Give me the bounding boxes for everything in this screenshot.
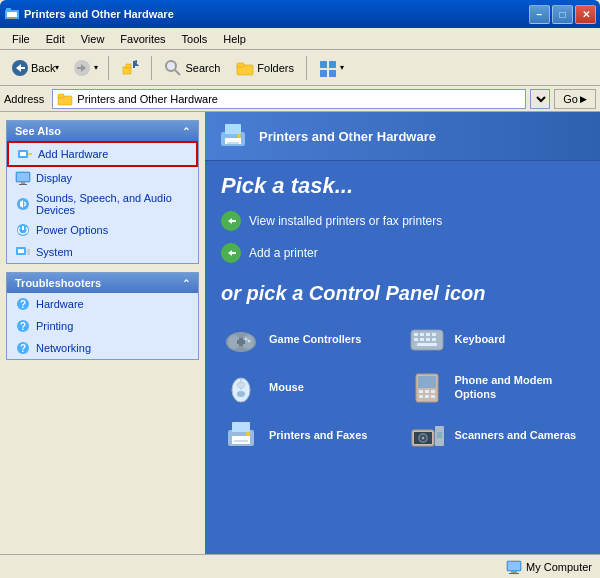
folders-label: Folders bbox=[257, 62, 294, 74]
toolbar: Back ▾ ▾ bbox=[0, 50, 600, 86]
svg-point-86 bbox=[246, 432, 250, 436]
svg-rect-24 bbox=[58, 94, 64, 98]
menu-tools[interactable]: Tools bbox=[174, 31, 216, 47]
menu-file[interactable]: File bbox=[4, 31, 38, 47]
back-icon bbox=[11, 59, 29, 77]
menu-edit[interactable]: Edit bbox=[38, 31, 73, 47]
svg-rect-62 bbox=[420, 333, 424, 336]
address-input[interactable]: Printers and Other Hardware bbox=[52, 89, 526, 109]
svg-rect-80 bbox=[425, 395, 429, 398]
icon-mouse[interactable]: Mouse bbox=[221, 367, 399, 407]
svg-rect-81 bbox=[431, 395, 435, 398]
hardware-ts-label: Hardware bbox=[36, 298, 84, 310]
toolbar-separator-2 bbox=[151, 56, 152, 80]
svg-text:?: ? bbox=[20, 321, 26, 332]
svg-rect-21 bbox=[320, 70, 327, 77]
hardware-ts-icon: ? bbox=[15, 296, 31, 312]
my-computer-label: My Computer bbox=[526, 561, 592, 573]
svg-rect-84 bbox=[232, 422, 250, 432]
sidebar-item-add-hardware[interactable]: Add Hardware bbox=[7, 141, 198, 167]
svg-rect-20 bbox=[329, 61, 336, 68]
svg-rect-67 bbox=[426, 338, 430, 341]
back-label: Back bbox=[31, 62, 55, 74]
maximize-button[interactable]: □ bbox=[552, 5, 573, 24]
task-view-printers[interactable]: View installed printers or fax printers bbox=[205, 205, 600, 237]
views-button[interactable]: ▾ bbox=[312, 54, 351, 82]
svg-rect-1 bbox=[7, 12, 17, 17]
display-label: Display bbox=[36, 172, 72, 184]
menu-favorites[interactable]: Favorites bbox=[112, 31, 173, 47]
back-dropdown-arrow: ▾ bbox=[55, 63, 59, 72]
troubleshooters-collapse-button[interactable]: ⌃ bbox=[182, 278, 190, 289]
title-bar: Printers and Other Hardware − □ ✕ bbox=[0, 0, 600, 28]
icon-printers-faxes[interactable]: Printers and Faxes bbox=[221, 415, 399, 455]
close-button[interactable]: ✕ bbox=[575, 5, 596, 24]
go-arrow-icon: ▶ bbox=[580, 94, 587, 104]
sidebar-item-power[interactable]: Power Options bbox=[7, 219, 198, 241]
back-button[interactable]: Back ▾ bbox=[4, 54, 66, 82]
task-arrow-2 bbox=[221, 243, 241, 263]
sidebar-item-display[interactable]: Display bbox=[7, 167, 198, 189]
display-icon bbox=[15, 170, 31, 186]
svg-rect-37 bbox=[27, 249, 30, 255]
svg-rect-77 bbox=[425, 390, 429, 393]
system-label: System bbox=[36, 246, 73, 258]
title-bar-buttons: − □ ✕ bbox=[529, 5, 596, 24]
sidebar-item-system[interactable]: System bbox=[7, 241, 198, 263]
main-area: See Also ⌃ Add Hardware bbox=[0, 112, 600, 554]
add-hardware-icon bbox=[17, 146, 33, 162]
content-header: Printers and Other Hardware bbox=[205, 112, 600, 161]
scanners-cameras-label: Scanners and Cameras bbox=[455, 428, 577, 442]
scanners-cameras-icon bbox=[407, 415, 447, 455]
game-controllers-label: Game Controllers bbox=[269, 332, 361, 346]
address-label: Address bbox=[4, 93, 48, 105]
icon-keyboard[interactable]: Keyboard bbox=[407, 319, 585, 359]
icon-scanners-cameras[interactable]: Scanners and Cameras bbox=[407, 415, 585, 455]
sidebar-item-networking-ts[interactable]: ? Networking bbox=[7, 337, 198, 359]
printing-ts-icon: ? bbox=[15, 318, 31, 334]
icon-game-controllers[interactable]: Game Controllers bbox=[221, 319, 399, 359]
toolbar-separator-1 bbox=[108, 56, 109, 80]
toolbar-separator-3 bbox=[306, 56, 307, 80]
up-button[interactable] bbox=[114, 54, 146, 82]
search-label: Search bbox=[185, 62, 220, 74]
task-add-printer[interactable]: Add a printer bbox=[205, 237, 600, 269]
address-dropdown[interactable] bbox=[530, 89, 550, 109]
sidebar: See Also ⌃ Add Hardware bbox=[0, 112, 205, 554]
svg-rect-61 bbox=[414, 333, 418, 336]
svg-rect-97 bbox=[509, 573, 519, 574]
svg-rect-19 bbox=[320, 61, 327, 68]
svg-rect-78 bbox=[431, 390, 435, 393]
search-button[interactable]: Search bbox=[157, 54, 227, 82]
icon-phone-modem[interactable]: Phone and Modem Options bbox=[407, 367, 585, 407]
svg-rect-66 bbox=[420, 338, 424, 341]
menu-help[interactable]: Help bbox=[215, 31, 254, 47]
troubleshooters-section: Troubleshooters ⌃ ? Hardware ? Printing bbox=[6, 272, 199, 360]
svg-point-91 bbox=[421, 437, 424, 440]
go-button[interactable]: Go ▶ bbox=[554, 89, 596, 109]
minimize-button[interactable]: − bbox=[529, 5, 550, 24]
svg-rect-76 bbox=[419, 390, 423, 393]
go-label: Go bbox=[563, 93, 578, 105]
svg-rect-69 bbox=[417, 343, 437, 346]
see-also-collapse-button[interactable]: ⌃ bbox=[182, 126, 190, 137]
svg-rect-31 bbox=[19, 184, 27, 185]
menu-view[interactable]: View bbox=[73, 31, 113, 47]
svg-rect-30 bbox=[21, 182, 25, 184]
views-icon bbox=[319, 59, 337, 77]
forward-button[interactable]: ▾ bbox=[68, 54, 103, 82]
sidebar-item-printing-ts[interactable]: ? Printing bbox=[7, 315, 198, 337]
pick-task-heading: Pick a task... bbox=[205, 161, 600, 205]
svg-rect-95 bbox=[508, 562, 520, 570]
folders-button[interactable]: Folders bbox=[229, 54, 301, 82]
content-header-title: Printers and Other Hardware bbox=[259, 129, 436, 144]
up-icon bbox=[121, 59, 139, 77]
system-icon bbox=[15, 244, 31, 260]
svg-rect-93 bbox=[437, 432, 442, 438]
sidebar-item-sounds[interactable]: Sounds, Speech, and Audio Devices bbox=[7, 189, 198, 219]
svg-text:?: ? bbox=[20, 299, 26, 310]
svg-point-72 bbox=[237, 382, 245, 388]
svg-rect-75 bbox=[418, 376, 436, 388]
svg-rect-96 bbox=[511, 571, 517, 573]
sidebar-item-hardware-ts[interactable]: ? Hardware bbox=[7, 293, 198, 315]
